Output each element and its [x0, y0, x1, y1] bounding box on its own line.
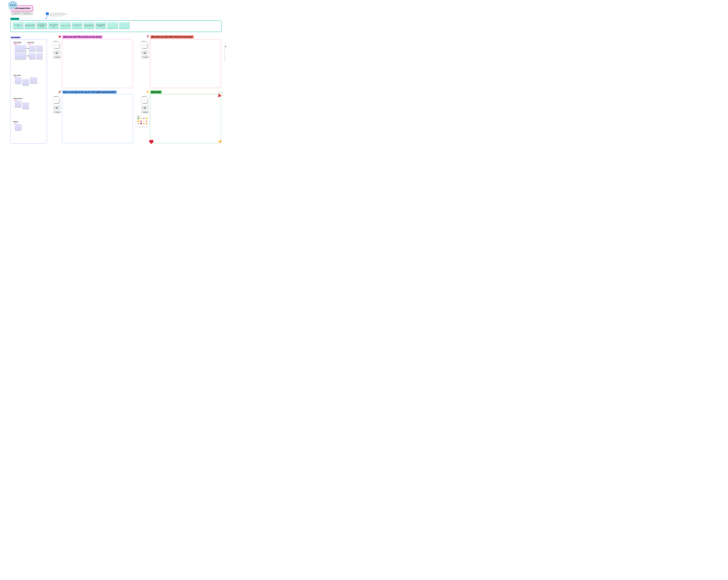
- red-question-mark-icon[interactable]: ?: [147, 35, 149, 39]
- went-well-header[interactable]: What went well? What should we keep doin…: [62, 35, 103, 38]
- event-norm-sticky[interactable]: Be transparent, vulnerable, and honest w…: [25, 22, 35, 29]
- dot-icon: [14, 4, 16, 6]
- red-heart-sticker[interactable]: [140, 122, 142, 125]
- question-mark-icon: ?: [143, 122, 145, 125]
- lightbulb-icon: [46, 13, 48, 15]
- whiteboard-canvas: Retrospective Start 40:00 Invite others …: [0, 0, 226, 148]
- partial-widget-card[interactable]: [225, 44, 226, 61]
- underline-swoosh-icon: [14, 100, 19, 101]
- clapping-hands-icon[interactable]: [146, 90, 150, 93]
- tears-of-joy-icon: [146, 117, 148, 119]
- sticky-notes-widget-label: Sticky notes: [142, 41, 148, 42]
- check-mark-sticker[interactable]: [137, 117, 139, 119]
- outcome-note[interactable]: [29, 46, 35, 52]
- start-timer-button[interactable]: Start 10:00: [141, 107, 149, 109]
- shout-outs-header[interactable]: Shout-outs: [150, 90, 162, 94]
- brainstorm-button[interactable]: Brainstorm: [53, 56, 61, 58]
- event-norm-sticky[interactable]: Be positive + constructive: [60, 22, 71, 29]
- stopwatch-icon: [142, 107, 143, 109]
- fire-icon: [137, 120, 139, 122]
- brainstorm-label: Brainstorm: [143, 112, 148, 113]
- sticky-notes-stack: [142, 97, 148, 105]
- brainstorm-label: Brainstorm: [55, 112, 60, 113]
- sprint-goal-note[interactable]: [15, 53, 26, 59]
- sticky-notes-widget-label: Sticky notes: [54, 41, 60, 42]
- party-popper-icon[interactable]: [217, 92, 223, 98]
- start-timer-label: Start 10:00: [144, 52, 148, 54]
- party-popper-sticker[interactable]: [146, 120, 148, 122]
- event-norm-sticky-blank[interactable]: [107, 22, 118, 29]
- sticky-notes-stack: [54, 42, 60, 50]
- clapping-hands-sticker[interactable]: [140, 117, 142, 119]
- sticky-notes-widget[interactable]: Sticky notes: [141, 95, 149, 105]
- sticky-notes-widget[interactable]: Sticky notes: [53, 40, 60, 50]
- underline-swoosh-icon: [14, 44, 20, 45]
- event-norm-sticky[interactable]: Growth is in the details. Be as specific…: [95, 22, 106, 29]
- red-heart-icon[interactable]: [149, 139, 154, 144]
- invite-others-button[interactable]: Invite others to me: [20, 12, 33, 15]
- chart-increasing-icon[interactable]: [58, 90, 61, 93]
- outcome-note[interactable]: [36, 53, 42, 59]
- fire-sticker[interactable]: [137, 120, 139, 122]
- cross-mark-sticker[interactable]: [143, 117, 145, 119]
- underline-swoosh-icon: [14, 123, 19, 124]
- sticky-notes-widget[interactable]: Sticky notes: [141, 40, 149, 50]
- outcome-note[interactable]: [36, 46, 42, 52]
- brainstorm-button[interactable]: Brainstorm: [53, 111, 61, 113]
- question-mark-sticker[interactable]: ?: [143, 122, 145, 125]
- metric-note[interactable]: [15, 124, 21, 131]
- index-pointing-up-icon: [143, 120, 145, 122]
- event-norm-sticky[interactable]: Cultivate positivity and energy: [13, 22, 23, 29]
- start-timer-button[interactable]: Start 40:00: [11, 12, 20, 15]
- didnt-go-well-area: [150, 39, 221, 88]
- plus-icon: +: [138, 122, 139, 125]
- brainstorm-button[interactable]: Brainstorm: [141, 111, 149, 113]
- sticky-notes-widget[interactable]: Sticky notes: [53, 95, 60, 105]
- sparkle-icon: [54, 111, 54, 113]
- shout-outs-area: [150, 94, 221, 143]
- underline-swoosh-icon: [27, 44, 34, 45]
- key-event-note[interactable]: [22, 79, 29, 86]
- event-norm-sticky[interactable]: What is discussed in this event stays wi…: [84, 22, 94, 29]
- sparkle-icon: [142, 56, 142, 58]
- observations-heading: Observations: [14, 98, 22, 99]
- start-timer-label: Start 10:00: [56, 107, 60, 109]
- event-norm-sticky[interactable]: Identify actionable commitments and crea…: [36, 22, 47, 29]
- event-norm-sticky[interactable]: Focus on items relevant to the sprint: [72, 22, 82, 29]
- hundred-points-sticker[interactable]: 100: [140, 120, 142, 122]
- start-timer-button[interactable]: Start 10:00: [141, 52, 149, 54]
- smiling-face-sticker[interactable]: [146, 122, 148, 125]
- curved-arrow-icon: [45, 16, 48, 19]
- plus-sticker[interactable]: +: [137, 122, 139, 125]
- stickers-widget[interactable]: Stickers 100 + ?: [136, 115, 149, 127]
- outcome-note[interactable]: [29, 53, 35, 59]
- observation-note[interactable]: [15, 101, 21, 107]
- growing-heart-icon[interactable]: [58, 35, 61, 38]
- brainstorm-button[interactable]: Brainstorm: [141, 56, 149, 58]
- key-events-heading: Key events: [14, 74, 21, 76]
- event-norm-sticky-blank[interactable]: [119, 22, 129, 29]
- improve-header[interactable]: How can we improve the way we work toget…: [62, 90, 116, 94]
- event-norms-label[interactable]: Event norms: [10, 18, 19, 20]
- went-well-area: [62, 39, 133, 88]
- key-event-note[interactable]: [30, 77, 37, 83]
- speech-bubble-tail: [9, 7, 11, 10]
- tip-text: Use the provided examples to help your t…: [50, 13, 67, 17]
- event-norm-sticky[interactable]: Pass to someone else when you are finish…: [48, 22, 59, 29]
- index-pointing-up-sticker[interactable]: [143, 120, 145, 122]
- start-timer-button[interactable]: Start 10:00: [53, 52, 61, 54]
- clapping-hands-icon: [140, 117, 142, 119]
- key-event-note[interactable]: [15, 77, 21, 84]
- sprint-highlights-label[interactable]: Sprint highlights: [10, 36, 21, 38]
- outcomes-heading: Outcomes: [27, 42, 34, 43]
- tears-of-joy-sticker[interactable]: [146, 117, 148, 119]
- start-timer-label: Start 10:00: [144, 107, 148, 109]
- sprint-goal-note[interactable]: [15, 45, 26, 52]
- observation-note[interactable]: [22, 103, 29, 109]
- sparkles-icon[interactable]: [217, 139, 223, 144]
- sparkle-icon: [54, 56, 54, 58]
- start-timer-button[interactable]: Start 10:00: [53, 107, 61, 109]
- hundred-points-icon: 100: [140, 120, 142, 122]
- didnt-go-well-header[interactable]: What didn't go well? What should we stop…: [150, 35, 193, 38]
- party-popper-icon: [146, 120, 148, 122]
